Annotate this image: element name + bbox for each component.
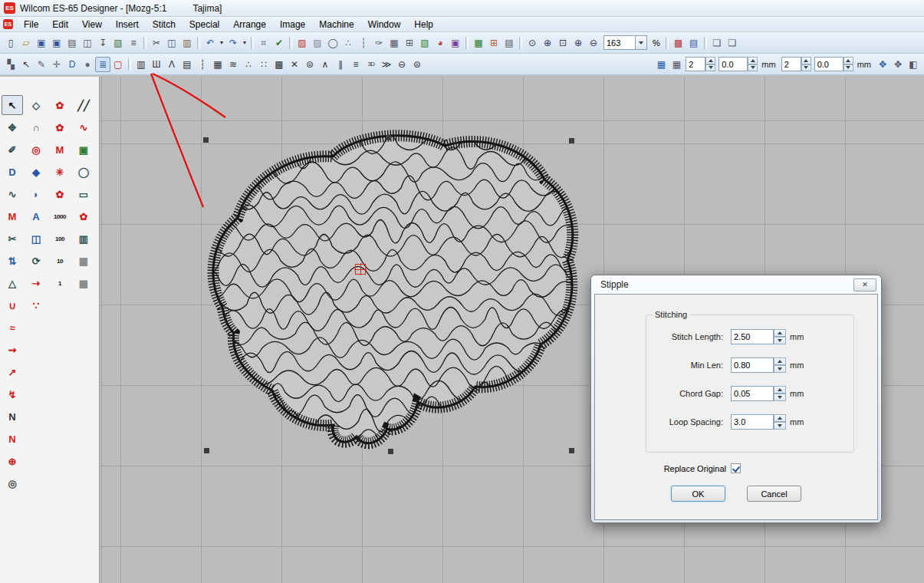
design-properties-icon[interactable]: ≡ <box>126 35 141 51</box>
target-circle-icon[interactable]: ◎ <box>25 140 47 160</box>
manual-stitch-icon[interactable]: ✑ <box>371 35 386 51</box>
menu-edit[interactable]: Edit <box>46 18 74 31</box>
spin-up-button[interactable] <box>774 357 786 365</box>
print-preview-icon[interactable]: ◫ <box>80 35 95 51</box>
density-100-icon[interactable]: 100 <box>49 229 71 249</box>
undo-icon[interactable]: ↶ <box>202 35 218 51</box>
texture-dark-icon[interactable]: ▩ <box>73 273 94 293</box>
digitize-d-tool-icon[interactable]: D <box>2 162 23 182</box>
selection-handle[interactable] <box>204 448 209 453</box>
threed-effect-icon[interactable]: 3D <box>363 57 379 72</box>
satin-stitch-icon[interactable]: ▥ <box>133 57 149 72</box>
window-menu-icon[interactable]: ES <box>3 19 13 29</box>
measure-icon[interactable]: ▤ <box>501 35 517 51</box>
zoom-in-icon[interactable]: ⊕ <box>571 35 586 51</box>
arc-tool-icon[interactable]: ∩ <box>25 117 47 137</box>
scissors-tool-icon[interactable]: ✂ <box>2 229 23 249</box>
cancel-button[interactable]: Cancel <box>747 486 801 502</box>
buddy-icon[interactable]: ◫ <box>25 229 47 249</box>
menu-stitch[interactable]: Stitch <box>146 18 182 31</box>
flower-small-icon[interactable]: ✿ <box>49 117 71 137</box>
show-grid-icon[interactable]: ▦ <box>653 57 669 72</box>
stitch-net-icon[interactable]: ⌗ <box>256 35 271 51</box>
select-small-icon[interactable]: ↖ <box>18 57 34 72</box>
stipple-outline-icon[interactable]: ▢ <box>110 57 126 72</box>
motif-fill-icon[interactable]: ▦ <box>210 57 225 72</box>
spin-up-button[interactable] <box>774 329 786 337</box>
head-shape-icon[interactable]: ◗ <box>25 184 47 204</box>
flower-red-icon[interactable]: ✿ <box>49 184 71 204</box>
spacing-major-input[interactable] <box>781 57 801 71</box>
print-icon[interactable]: ▤ <box>64 35 80 51</box>
color-film-icon[interactable]: ▤ <box>686 35 702 51</box>
move-design-icon[interactable]: ✥ <box>890 57 906 72</box>
donut-stitch-icon[interactable]: ⊜ <box>409 57 425 72</box>
spin-down-button[interactable] <box>801 64 811 72</box>
zigzag-stitch-icon[interactable]: Λ <box>164 57 179 72</box>
polygon-select-icon[interactable]: ◇ <box>25 95 47 115</box>
spin-up-button[interactable] <box>774 414 786 422</box>
cut-icon[interactable]: ✂ <box>149 35 164 51</box>
ring-stitch-icon[interactable]: ⊖ <box>394 57 409 72</box>
embroidery-design-object[interactable] <box>190 124 593 462</box>
rotate-tool-icon[interactable]: ⟳ <box>25 251 47 271</box>
spin-up-button[interactable] <box>705 57 715 64</box>
zoom-dropdown-button[interactable] <box>636 35 647 50</box>
cross-stitch-icon[interactable]: ∷ <box>256 57 271 72</box>
spin-up-button[interactable] <box>843 57 853 64</box>
spin-up-button[interactable] <box>748 57 758 64</box>
menu-view[interactable]: View <box>76 18 108 31</box>
zoom-box-icon[interactable]: ⊡ <box>555 35 571 51</box>
zoom-tool-icon[interactable]: ⊙ <box>524 35 540 51</box>
cone-tool-icon[interactable]: △ <box>2 273 23 293</box>
curve-tool-icon[interactable]: ∿ <box>73 117 94 137</box>
outline-run-icon[interactable]: ┆ <box>356 35 371 51</box>
pan-tool-icon[interactable]: ✥ <box>875 57 890 72</box>
save-icon[interactable]: ▣ <box>34 35 49 51</box>
stipple-stitch-icon[interactable]: ∴ <box>241 57 256 72</box>
reshape-tool-icon[interactable]: ✥ <box>2 117 23 137</box>
spin-down-button[interactable] <box>748 64 758 72</box>
zigzag-m-icon[interactable]: M <box>2 206 23 226</box>
save-all-icon[interactable]: ▣ <box>49 35 64 51</box>
ok-button[interactable]: OK <box>671 486 725 502</box>
zoom-out-icon[interactable]: ⊖ <box>586 35 601 51</box>
density-10-icon[interactable]: 10 <box>49 251 71 271</box>
column-stitch-icon[interactable]: ∥ <box>333 57 348 72</box>
stipple-fill-icon[interactable]: ∴ <box>340 35 356 51</box>
menu-file[interactable]: File <box>18 18 44 31</box>
grid-major-input[interactable] <box>686 57 705 71</box>
n-curve-red-icon[interactable]: N <box>2 429 23 449</box>
columns-icon[interactable]: ▥ <box>73 229 94 249</box>
spacing-minor-input[interactable] <box>814 57 843 71</box>
fancy-fill-icon[interactable]: ▩ <box>271 57 287 72</box>
overlap-grid-icon[interactable]: ▦ <box>471 35 486 51</box>
menu-insert[interactable]: Insert <box>110 18 145 31</box>
hatch-lines-icon[interactable]: ╱╱ <box>73 95 94 115</box>
snap-grid-icon[interactable]: ▦ <box>669 57 684 72</box>
design-palette-icon[interactable]: ▩ <box>671 35 686 51</box>
fill-dot-icon[interactable]: ● <box>80 57 95 72</box>
select-tool-icon[interactable]: ↖ <box>2 95 23 115</box>
zoom-factor-icon[interactable]: ⊕ <box>540 35 555 51</box>
open-folder-icon[interactable]: ▱ <box>18 35 34 51</box>
selection-handle[interactable] <box>569 448 574 453</box>
stitch-run-red-icon[interactable]: ⇝ <box>2 340 23 360</box>
density-1-icon[interactable]: 1 <box>49 273 71 293</box>
run-stitch-icon[interactable]: ┆ <box>195 57 210 72</box>
redo-icon[interactable]: ↷ <box>225 35 241 51</box>
rectangle-tool-icon[interactable]: ▭ <box>73 184 94 204</box>
loop-spacing-input[interactable] <box>731 414 774 430</box>
tatami-fill-icon[interactable]: ▨ <box>310 35 325 51</box>
lettering-tool-icon[interactable]: A <box>25 206 47 226</box>
partial-edge-icon[interactable]: ◧ <box>906 57 921 72</box>
copy-icon[interactable]: ◫ <box>164 35 179 51</box>
shape-blue-icon[interactable]: ◆ <box>25 162 47 182</box>
flower-fill-icon[interactable]: ✿ <box>49 95 71 115</box>
thread-palette-icon[interactable]: ▣ <box>448 35 463 51</box>
spin-up-button[interactable] <box>801 57 811 64</box>
pen-small-icon[interactable]: ✎ <box>34 57 49 72</box>
zoom-input[interactable] <box>603 35 636 50</box>
tatami-stitch-icon[interactable]: ▤ <box>179 57 195 72</box>
align-grid-icon[interactable]: ⊞ <box>486 35 501 51</box>
